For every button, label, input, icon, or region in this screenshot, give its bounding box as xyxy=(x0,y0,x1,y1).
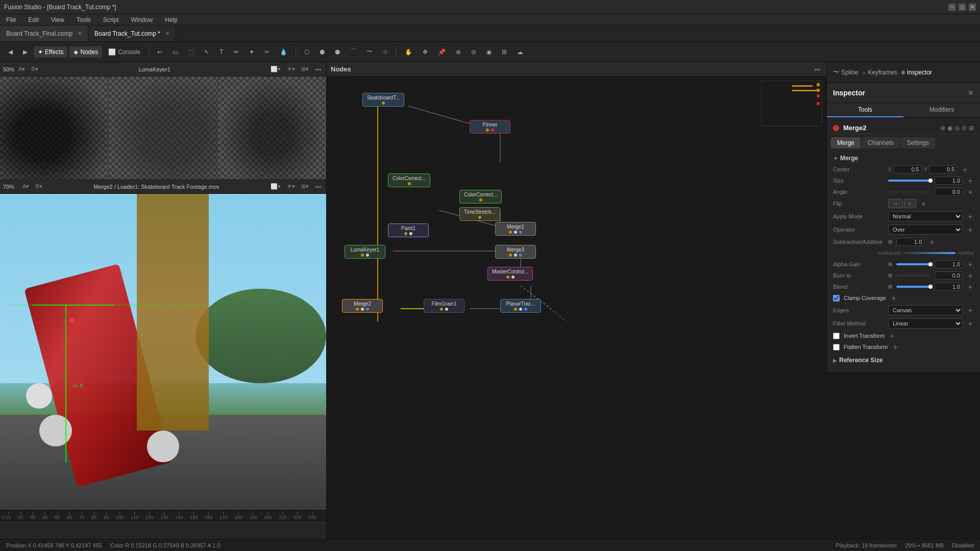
node-lumakey[interactable]: LumaKeyer1 xyxy=(345,245,385,259)
tool-curve[interactable]: 〜 xyxy=(362,45,377,58)
viewer-bottom-fit[interactable]: ⬜▾ xyxy=(268,182,283,191)
tool-undo[interactable]: ↩ xyxy=(153,46,166,58)
insp-tab-modifiers[interactable]: Modifiers xyxy=(903,103,980,117)
burn-in-slider[interactable] xyxy=(896,274,930,277)
edges-dropdown[interactable]: Canvas xyxy=(888,305,963,315)
tool-move[interactable]: ✥ xyxy=(419,46,432,58)
alpha-gain-slider[interactable] xyxy=(896,263,930,265)
burn-in-add-btn[interactable]: + xyxy=(967,272,974,279)
clamp-add-btn[interactable]: + xyxy=(890,294,897,302)
node-merge3[interactable]: Merge3 xyxy=(495,245,536,259)
invert-transform-checkbox[interactable] xyxy=(833,333,840,339)
tool-grid[interactable]: ⊞ xyxy=(498,46,511,58)
viewer-bottom-channels[interactable]: ☀▾ xyxy=(285,182,297,191)
effects-button[interactable]: ✦ Effects xyxy=(34,46,67,58)
viewer-top-channels[interactable]: ☀▾ xyxy=(285,65,297,73)
menu-edit[interactable]: Edit xyxy=(26,15,41,24)
insp-node-btn-3[interactable]: ⊘ xyxy=(962,124,967,132)
node-colorcorrect2[interactable]: ColorCorrect... xyxy=(459,190,502,204)
node-planartrack[interactable]: PlanarTrac... xyxy=(500,299,541,313)
viewer-bottom-btn-b[interactable]: B▾ xyxy=(33,182,44,191)
insp-tab-settings[interactable]: Settings xyxy=(901,137,935,148)
filter-add-btn[interactable]: + xyxy=(967,320,974,327)
subtractive-slider[interactable] xyxy=(903,252,955,254)
tool-mask[interactable]: ⬟ xyxy=(331,46,344,58)
tool-poly2[interactable]: ⬢ xyxy=(315,46,329,58)
inspector-close-button[interactable]: ✕ xyxy=(968,89,974,97)
back-button[interactable]: ◀ xyxy=(4,46,17,58)
center-y-input[interactable] xyxy=(929,165,957,173)
tool-eyedrop[interactable]: ⊘ xyxy=(467,46,480,58)
viewer-bottom-grid[interactable]: ⊞▾ xyxy=(299,182,311,191)
operator-dropdown[interactable]: Over xyxy=(888,224,963,235)
menu-window[interactable]: Window xyxy=(129,15,155,24)
apply-mode-dropdown[interactable]: Normal xyxy=(888,211,963,221)
tool-paint[interactable]: ✦ xyxy=(245,46,258,58)
alpha-gain-add-btn[interactable]: + xyxy=(967,261,974,268)
node-merge2[interactable]: Merge2 xyxy=(342,299,383,313)
apply-mode-add-btn[interactable]: + xyxy=(967,213,974,220)
menu-help[interactable]: Help xyxy=(163,15,180,24)
flip-h-btn[interactable]: ↔ xyxy=(888,199,903,208)
center-x-input[interactable] xyxy=(894,165,922,173)
tool-transform[interactable]: ⬚ xyxy=(184,46,198,58)
filter-method-dropdown[interactable]: Linear xyxy=(888,318,963,329)
center-add-btn[interactable]: + xyxy=(961,166,968,173)
flatten-add-btn[interactable]: + xyxy=(892,343,899,350)
operator-add-btn[interactable]: + xyxy=(967,226,974,233)
tool-bezier[interactable]: ⌒ xyxy=(346,45,360,58)
edges-add-btn[interactable]: + xyxy=(967,307,974,314)
tab-board-tut[interactable]: Board Track_Tut.comp * ✕ xyxy=(88,26,176,41)
size-input[interactable] xyxy=(935,177,963,185)
viewer-top-btn-a[interactable]: A▾ xyxy=(16,65,27,73)
node-skateboardt[interactable]: SkateboardT... xyxy=(362,93,404,107)
insp-tab-channels[interactable]: Channels xyxy=(862,137,900,148)
insp-tab-merge[interactable]: Merge xyxy=(831,137,861,148)
flatten-transform-checkbox[interactable] xyxy=(833,344,840,350)
insp-tab-tools[interactable]: Tools xyxy=(827,103,903,117)
invert-add-btn[interactable]: + xyxy=(889,332,896,339)
node-timestretch[interactable]: TimeStretch... xyxy=(459,207,500,221)
tool-3d[interactable]: ◉ xyxy=(482,46,496,58)
size-add-btn[interactable]: + xyxy=(967,177,974,184)
insp-node-btn-4[interactable]: ⊞ xyxy=(969,124,974,132)
node-merge1[interactable]: Merge1 xyxy=(495,222,536,236)
tool-pen[interactable]: ✏ xyxy=(230,46,243,58)
console-button[interactable]: ⬜ Console xyxy=(104,46,144,58)
tool-poly1[interactable]: ⬡ xyxy=(300,46,313,58)
timeline-content[interactable] xyxy=(0,521,326,541)
nodes-canvas[interactable]: SkateboardT... Pinner ColorCorrect... Co… xyxy=(327,77,826,551)
node-pinner[interactable]: Pinner xyxy=(470,120,510,134)
tool-cloud[interactable]: ☁ xyxy=(513,46,527,58)
size-slider[interactable] xyxy=(888,180,930,182)
spline-button[interactable]: 〜 Spline xyxy=(833,68,858,77)
viewer-bottom-btn-a[interactable]: A▾ xyxy=(20,182,31,191)
node-filmgrain[interactable]: FilmGrain1 xyxy=(424,299,464,313)
tool-pivot[interactable]: ⊕ xyxy=(452,46,465,58)
tool-rect[interactable]: ▭ xyxy=(168,46,182,58)
menu-view[interactable]: View xyxy=(49,15,66,24)
viewer-top-grid[interactable]: ⊞▾ xyxy=(299,65,311,73)
flip-v-btn[interactable]: ↕ xyxy=(904,199,916,208)
insp-node-btn-eye[interactable]: ◎ xyxy=(954,124,960,132)
alpha-gain-input[interactable] xyxy=(935,260,963,268)
subtractive-input[interactable] xyxy=(896,238,924,246)
angle-add-btn[interactable]: + xyxy=(967,188,974,195)
insp-section-merge-header[interactable]: ▼ Merge xyxy=(827,153,980,164)
viewer-bottom-more[interactable]: ••• xyxy=(313,183,323,191)
node-mastercontrols[interactable]: MasterControl... xyxy=(487,267,533,281)
tab-board-final[interactable]: Board Track_Final.comp ✕ xyxy=(0,26,88,41)
tool-hand[interactable]: ✋ xyxy=(401,46,416,58)
insp-node-btn-1[interactable]: ⊕ xyxy=(940,124,945,132)
insp-section-ref-header[interactable]: ▶ Reference Size xyxy=(827,355,980,366)
viewer-top-fit[interactable]: ⬜▾ xyxy=(268,65,283,73)
nodes-button[interactable]: ◈ Nodes xyxy=(69,46,102,58)
node-colorcorrect1[interactable]: ColorCorrect... xyxy=(388,173,430,187)
clamp-coverage-checkbox[interactable] xyxy=(833,295,840,302)
tool-arrow[interactable]: ↖ xyxy=(200,46,213,58)
blend-input[interactable] xyxy=(935,283,963,291)
tool-drop[interactable]: 💧 xyxy=(276,46,291,58)
viewer-top-more[interactable]: ••• xyxy=(313,65,323,73)
menu-file[interactable]: File xyxy=(4,15,18,24)
tab-close-2[interactable]: ✕ xyxy=(165,31,169,36)
